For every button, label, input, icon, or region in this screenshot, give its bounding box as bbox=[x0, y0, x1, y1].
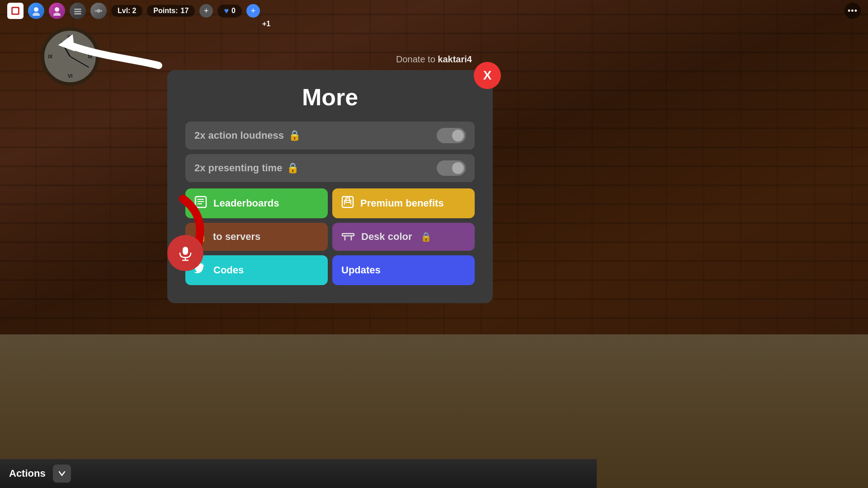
actions-chevron-button[interactable] bbox=[53, 465, 71, 483]
svg-rect-7 bbox=[74, 11, 81, 12]
player-avatar-1[interactable] bbox=[28, 3, 44, 19]
bottom-bar: Actions bbox=[0, 459, 597, 488]
svg-rect-24 bbox=[342, 234, 354, 236]
leaderboards-icon bbox=[194, 196, 207, 211]
svg-rect-14 bbox=[183, 247, 188, 255]
svg-point-10 bbox=[95, 10, 97, 12]
updates-label: Updates bbox=[341, 264, 381, 276]
level-display: Lvl: 2 bbox=[111, 5, 142, 17]
codes-button[interactable]: Codes bbox=[185, 255, 328, 285]
svg-rect-1 bbox=[13, 8, 18, 14]
svg-rect-6 bbox=[74, 9, 81, 10]
hearts-add-button[interactable]: + bbox=[246, 4, 260, 18]
toggle-label-loudness: 2x action loudness 🔒 bbox=[194, 130, 301, 141]
heart-icon: ♥ bbox=[224, 6, 229, 16]
servers-label: to servers bbox=[213, 231, 260, 243]
svg-point-9 bbox=[97, 9, 100, 13]
lock-icon-presenting: 🔒 bbox=[287, 162, 299, 174]
toggle-row-presenting: 2x presenting time 🔒 bbox=[185, 154, 475, 182]
svg-point-11 bbox=[100, 10, 102, 12]
toggle-switch-loudness[interactable] bbox=[437, 128, 466, 143]
lock-icon-desk: 🔒 bbox=[420, 231, 432, 242]
desk-label: Desk color bbox=[361, 231, 412, 243]
player-avatar-3[interactable] bbox=[70, 3, 86, 19]
hearts-display: ♥ 0 bbox=[217, 5, 242, 18]
toggle-presenting-text: 2x presenting time bbox=[194, 162, 282, 174]
svg-rect-21 bbox=[195, 197, 198, 207]
points-label: Points: bbox=[153, 7, 178, 15]
donate-label: Donate to bbox=[396, 54, 438, 64]
premium-label: Premium benefits bbox=[360, 197, 444, 209]
donate-text: Donate to kaktari4 bbox=[396, 54, 472, 65]
updates-button[interactable]: Updates bbox=[332, 255, 475, 285]
svg-rect-8 bbox=[74, 13, 81, 14]
more-modal: X More 2x action loudness 🔒 2x presentin… bbox=[167, 70, 493, 303]
level-label: Lvl: bbox=[118, 7, 130, 15]
level-value: 2 bbox=[132, 7, 136, 15]
leaderboards-label: Leaderboards bbox=[213, 197, 279, 209]
toggle-row-loudness: 2x action loudness 🔒 bbox=[185, 122, 475, 150]
points-add-button[interactable]: + bbox=[199, 4, 213, 18]
player-avatar-4[interactable] bbox=[90, 3, 107, 19]
points-notification: +1 bbox=[262, 20, 270, 28]
toggle-label-presenting: 2x presenting time 🔒 bbox=[194, 162, 299, 174]
toggle-switch-presenting[interactable] bbox=[437, 160, 466, 176]
close-button[interactable]: X bbox=[474, 62, 501, 89]
premium-icon bbox=[341, 196, 354, 211]
svg-point-5 bbox=[53, 13, 61, 16]
svg-point-4 bbox=[55, 7, 59, 12]
donate-username: kaktari4 bbox=[438, 54, 472, 64]
points-display: Points: 17 bbox=[147, 5, 195, 17]
premium-button[interactable]: Premium benefits bbox=[332, 188, 475, 218]
svg-point-2 bbox=[34, 7, 38, 12]
modal-title: More bbox=[185, 84, 475, 111]
lock-icon-loudness: 🔒 bbox=[288, 130, 301, 141]
desk-icon bbox=[341, 230, 355, 244]
svg-point-3 bbox=[33, 13, 40, 16]
more-options-button[interactable]: ••• bbox=[844, 3, 861, 19]
codes-label: Codes bbox=[213, 264, 244, 276]
hearts-value: 0 bbox=[231, 7, 236, 15]
points-value: 17 bbox=[181, 7, 189, 15]
servers-button[interactable]: 🔒 to servers bbox=[185, 223, 328, 251]
player-avatar-2[interactable] bbox=[49, 3, 65, 19]
leaderboards-button[interactable]: Leaderboards bbox=[185, 188, 328, 218]
desk-button[interactable]: Desk color 🔒 bbox=[332, 223, 475, 251]
button-grid: Leaderboards Premium benefits 🔒 to serve… bbox=[185, 188, 475, 285]
toggle-loudness-text: 2x action loudness bbox=[194, 130, 284, 141]
actions-label: Actions bbox=[9, 468, 46, 479]
microphone-icon bbox=[167, 235, 203, 271]
roblox-logo bbox=[7, 3, 24, 19]
hud-bar: Lvl: 2 Points: 17 + ♥ 0 + ••• bbox=[0, 0, 868, 22]
